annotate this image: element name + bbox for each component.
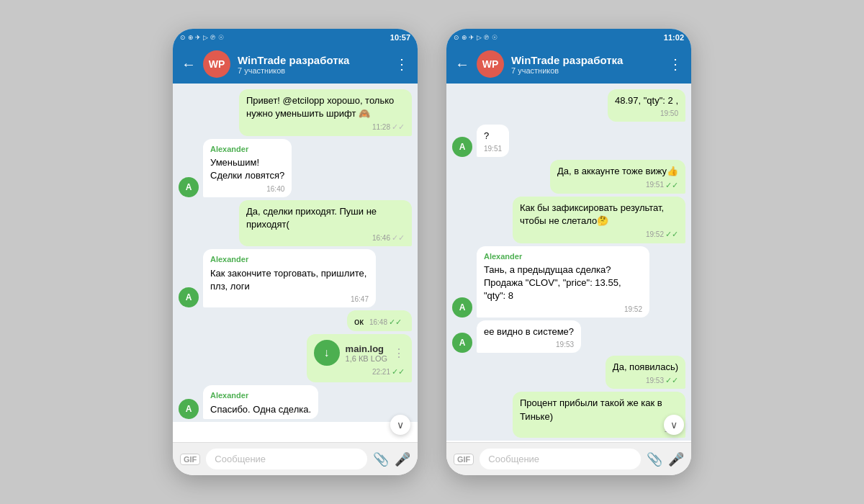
bubble-2-6: ее видно в системе? 19:53 — [477, 320, 581, 353]
bubble-time-2-4: 19:52 ✓✓ — [520, 229, 678, 240]
attach-icon-1[interactable]: 📎 — [373, 451, 389, 467]
sender-avatar-2-2: A — [452, 137, 472, 157]
bubble-time-2-7: 19:53 ✓✓ — [613, 375, 678, 386]
bubble-time-1-1: 11:28 ✓✓ — [246, 122, 405, 132]
file-bubble-1: ↓ main.log 1,6 КВ LOG ⋮ 22:21 ✓✓ — [307, 334, 412, 382]
file-menu-icon[interactable]: ⋮ — [393, 346, 405, 360]
sender-name-1-2: Alexander — [210, 144, 284, 155]
phone-2: ⊙ ⊕ ✈ ▷ ℗ ☉ 11:02 ← WP WinTrade разработ… — [446, 29, 691, 475]
tick-1-1: ✓✓ — [392, 122, 405, 132]
bubble-time-2-1: 19:50 — [615, 109, 678, 119]
msg-row-2-8: Процент прибыли такой же как в Тиньке) 1… — [452, 392, 685, 437]
chat-info-1: WinTrade разработка 7 участников — [238, 54, 387, 75]
chat-avatar-1: WP — [203, 50, 230, 78]
tick-2-3: ✓✓ — [665, 180, 678, 191]
tick-1-5: ✓✓ — [389, 317, 402, 328]
header-menu-2[interactable]: ⋮ — [668, 55, 683, 73]
bubble-text-2-8: Процент прибыли такой же как в Тиньке) — [520, 397, 678, 423]
bubble-text-1-5: ок — [354, 316, 364, 327]
sender-name-1-4: Alexander — [210, 254, 369, 265]
msg-row-1-3: Да, сделки приходят. Пуши не приходят( 1… — [179, 200, 412, 247]
back-button-1[interactable]: ← — [181, 56, 196, 73]
status-left-icons-2: ⊙ ⊕ ✈ ▷ ℗ ☉ — [454, 34, 498, 41]
bubble-time-1-3: 16:46 ✓✓ — [246, 233, 405, 243]
msg-row-2-7: Да, появилась) 19:53 ✓✓ — [452, 356, 685, 390]
gif-button-1[interactable]: GIF — [180, 454, 200, 465]
messages-1: Привет! @etcilopp хорошо, только нужно у… — [173, 84, 418, 422]
bubble-text-2-5: Тань, а предыдущаа сделка?Продажа "CLOV"… — [484, 264, 642, 303]
bubble-text-2-6: ее видно в системе? — [484, 325, 574, 338]
avatar-text-1: WP — [209, 58, 225, 70]
gif-button-2[interactable]: GIF — [454, 454, 474, 465]
chat-subtitle-1: 7 участников — [238, 66, 387, 75]
bubble-time-2-2: 19:51 — [484, 144, 502, 154]
bubble-text-2-7: Да, появилась) — [613, 361, 678, 374]
scroll-down-button-1[interactable]: ∨ — [390, 415, 410, 435]
file-tick-1: ✓✓ — [392, 367, 405, 377]
msg-row-2-6: A ее видно в системе? 19:53 — [452, 320, 685, 353]
message-placeholder-1: Сообщение — [215, 454, 266, 464]
status-time-1: 10:57 — [390, 33, 410, 42]
file-info-1: main.log 1,6 КВ LOG — [346, 343, 387, 363]
chat-header-2: ← WP WinTrade разработка 7 участников ⋮ — [446, 45, 691, 84]
msg-row-1-4: A Alexander Как закончите торговать, при… — [179, 249, 412, 307]
message-input-2[interactable]: Сообщение — [480, 449, 641, 469]
file-download-icon[interactable]: ↓ — [314, 340, 340, 366]
mic-icon-2[interactable]: 🎤 — [668, 451, 684, 467]
chat-title-2: WinTrade разработка — [511, 54, 661, 66]
bubble-text-2-4: Как бы зафиксировать результат, чтобы не… — [520, 202, 678, 228]
bubble-time-2-5: 19:52 — [484, 305, 642, 315]
msg-row-2-2: A ? 19:51 — [452, 125, 685, 157]
mic-icon-1[interactable]: 🎤 — [395, 451, 410, 467]
sender-avatar-2-5: A — [452, 297, 472, 318]
bubble-2-5: Alexander Тань, а предыдущаа сделка?Прод… — [477, 246, 649, 318]
phones-container: ⊙ ⊕ ✈ ▷ ℗ ☉ 10:57 ← WP WinTrade разработ… — [173, 29, 691, 475]
tick-2-7: ✓✓ — [665, 375, 678, 386]
bubble-2-7: Да, появилась) 19:53 ✓✓ — [606, 356, 685, 390]
message-input-1[interactable]: Сообщение — [206, 449, 367, 469]
sender-name-2-5: Alexander — [484, 251, 642, 262]
avatar-text-2: WP — [482, 58, 499, 70]
bubble-2-2: ? 19:51 — [477, 125, 509, 157]
bubble-text-1-2: Уменьшим!Сделки ловятся? — [210, 156, 284, 182]
bubble-2-8: Процент прибыли такой же как в Тиньке) 1… — [513, 392, 685, 437]
msg-row-1-7: A Alexander Спасибо. Одна сделка. — [179, 385, 412, 419]
back-button-2[interactable]: ← — [455, 56, 469, 73]
scroll-down-button-2[interactable]: ∨ — [664, 415, 684, 435]
bubble-text-1-7: Спасибо. Одна сделка. — [210, 403, 311, 416]
bubble-time-1-2: 16:40 — [210, 184, 284, 194]
bubble-1-1: Привет! @etcilopp хорошо, только нужно у… — [239, 89, 412, 136]
msg-row-2-1: 48.97, "qty": 2 , 19:50 — [452, 89, 685, 122]
tick-2-4: ✓✓ — [665, 229, 678, 240]
bubble-1-7: Alexander Спасибо. Одна сделка. — [203, 385, 318, 419]
bubble-1-4: Alexander Как закончите торговать, пришл… — [203, 249, 376, 307]
msg-row-1-1: Привет! @etcilopp хорошо, только нужно у… — [179, 89, 412, 136]
header-menu-1[interactable]: ⋮ — [395, 55, 409, 73]
message-placeholder-2: Сообщение — [488, 454, 539, 464]
bubble-2-4: Как бы зафиксировать результат, чтобы не… — [513, 197, 685, 243]
chat-header-1: ← WP WinTrade разработка 7 участников ⋮ — [173, 45, 418, 84]
bubble-time-2-3: 19:51 ✓✓ — [557, 180, 678, 191]
phone-1: ⊙ ⊕ ✈ ▷ ℗ ☉ 10:57 ← WP WinTrade разработ… — [173, 29, 418, 475]
chat-info-2: WinTrade разработка 7 участников — [511, 54, 661, 75]
file-name-1: main.log — [346, 343, 387, 354]
sender-avatar-1-2: A — [179, 177, 199, 197]
messages-wrapper-1: Привет! @etcilopp хорошо, только нужно у… — [173, 84, 418, 442]
bubble-time-2-6: 19:53 — [484, 340, 574, 350]
chat-subtitle-2: 7 участников — [511, 66, 661, 75]
file-size-1: 1,6 КВ LOG — [346, 354, 387, 363]
attach-icon-2[interactable]: 📎 — [647, 451, 662, 467]
sender-name-1-7: Alexander — [210, 390, 311, 401]
msg-row-2-5: A Alexander Тань, а предыдущаа сделка?Пр… — [452, 246, 685, 318]
bubble-text-1-3: Да, сделки приходят. Пуши не приходят( — [246, 205, 405, 231]
sender-avatar-1-4: A — [179, 287, 199, 307]
status-left-icons-1: ⊙ ⊕ ✈ ▷ ℗ ☉ — [180, 34, 224, 41]
bubble-time-1-5: 16:48 ✓✓ — [369, 317, 402, 328]
bubble-1-3: Да, сделки приходят. Пуши не приходят( 1… — [239, 200, 412, 247]
bubble-text-2-3: Да, в аккаунте тоже вижу👍 — [557, 165, 678, 178]
status-bar-2: ⊙ ⊕ ✈ ▷ ℗ ☉ 11:02 — [446, 29, 691, 45]
messages-2: 48.97, "qty": 2 , 19:50 A ? 19:51 — [446, 84, 691, 441]
bubble-1-2: Alexander Уменьшим!Сделки ловятся? 16:40 — [203, 139, 292, 197]
bubble-2-1: 48.97, "qty": 2 , 19:50 — [608, 89, 685, 122]
bubble-2-3: Да, в аккаунте тоже вижу👍 19:51 ✓✓ — [550, 160, 685, 194]
